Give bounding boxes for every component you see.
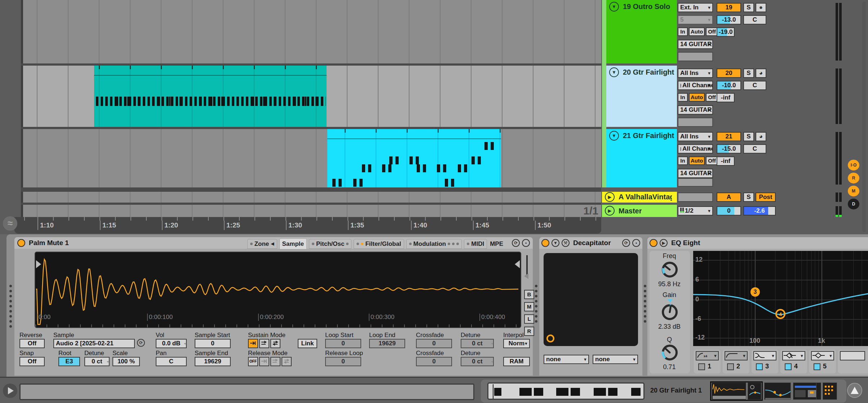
eq-band-4-handle[interactable]: 4	[775, 309, 785, 319]
lane-divider[interactable]	[21, 187, 601, 192]
sample-start-field[interactable]: 0	[195, 339, 231, 348]
q-value[interactable]: 0.71	[650, 363, 689, 371]
hot-swap-icon[interactable]: ⟳	[622, 239, 630, 247]
pan-field[interactable]: C	[743, 144, 766, 154]
send-a-field[interactable]: -19.0	[717, 27, 735, 37]
track-name[interactable]: 21 Gtr Fairlight 2	[623, 132, 676, 140]
show-mixer-section-button[interactable]: M	[848, 186, 859, 196]
clip-title-bar[interactable]	[327, 129, 501, 139]
output-channel-select[interactable]	[678, 178, 713, 187]
device-separator-handle[interactable]	[644, 285, 647, 323]
track-name[interactable]: 20 Gtr Fairlight 1	[623, 68, 676, 76]
plugin-param-b-select[interactable]: none▼	[593, 355, 638, 364]
send-a-field[interactable]: -inf	[717, 156, 735, 166]
zoom-to-fit-icon[interactable]: ≈	[3, 216, 17, 231]
release-mode-loop-button[interactable]	[270, 357, 280, 366]
track-lane-19[interactable]	[21, 0, 601, 63]
detune-field[interactable]: 0 ct	[461, 357, 494, 366]
device-on-led[interactable]	[541, 239, 549, 247]
unfold-track-icon[interactable]: ▶	[605, 192, 615, 202]
tab-modulation[interactable]: Modulation	[406, 239, 462, 249]
input-routing-select[interactable]: Ext. In▼	[678, 3, 713, 12]
device-separator-handle[interactable]	[535, 285, 538, 323]
volume-field[interactable]: -13.0	[717, 15, 741, 25]
input-routing-select[interactable]: All Ins▼	[678, 68, 713, 78]
pan-field[interactable]: C	[743, 81, 766, 90]
return-letter-button[interactable]: A	[717, 192, 741, 202]
arm-record-icon[interactable]: ●	[756, 3, 766, 12]
solo-button[interactable]: S	[743, 192, 754, 202]
track-name[interactable]: Master	[619, 207, 642, 215]
root-detune-field[interactable]: 0 ct	[84, 357, 110, 366]
input-routing-select[interactable]: All Ins▼	[678, 132, 713, 141]
cue-out-select[interactable]: 1/2▼	[678, 206, 713, 216]
volume-field[interactable]: -10.0	[717, 81, 741, 90]
input-channel-select[interactable]: ⦙ All Channe▼	[678, 81, 713, 90]
beat-time-ruler[interactable]: 1:10 1:15 1:20 1:25 1:30 1:35 1:40 1:45 …	[14, 217, 601, 234]
sample-hot-swap-icon[interactable]: ⟳	[137, 339, 145, 347]
zoom-handle-icon[interactable]	[524, 273, 528, 279]
monitor-auto-button[interactable]: Auto	[689, 93, 705, 102]
unfold-device-icon[interactable]: ▶	[660, 239, 668, 247]
show-returns-section-button[interactable]: R	[848, 173, 859, 183]
arm-midi-icon[interactable]: ◕	[756, 68, 766, 78]
output-routing-select[interactable]: 14 GUITAR G▼	[678, 169, 713, 178]
freq-knob[interactable]	[660, 260, 679, 279]
tab-pitch-osc[interactable]: Pitch/Osc	[309, 239, 351, 249]
show-io-section-button[interactable]: I·O	[848, 160, 859, 170]
track-name[interactable]: A ValhallaVintageVerb	[619, 193, 672, 201]
track-lane-21[interactable]	[21, 129, 601, 187]
monitor-off-button[interactable]: Off	[706, 27, 718, 36]
release-loop-field[interactable]: 0	[325, 357, 361, 366]
return-routing-select[interactable]	[678, 192, 713, 202]
eq-spectrum-graph[interactable]: 12 6 0 -6 -12 100 1k 3 4	[693, 251, 868, 346]
tab-mpe[interactable]: MPE	[489, 240, 504, 248]
band-enable-checkbox[interactable]	[727, 363, 734, 370]
detune-field[interactable]: 0 ct	[461, 339, 494, 348]
vertical-scrollbar[interactable]	[862, 1, 866, 232]
loop-end-field[interactable]: 19629	[369, 339, 405, 348]
scale-field[interactable]: 100 %	[112, 357, 140, 366]
preview-play-icon[interactable]	[3, 384, 17, 398]
input-channel-select[interactable]: ⦙ All Channe▼	[678, 144, 713, 154]
device-view-drag-handle[interactable]	[9, 285, 12, 328]
device-thumbnail[interactable]	[816, 382, 821, 400]
send-a-field[interactable]: -inf	[717, 93, 735, 102]
volume-field[interactable]: -15.0	[717, 144, 741, 154]
channel-m-button[interactable]: M	[524, 302, 534, 311]
link-button[interactable]: Link	[298, 339, 317, 348]
track-number-button[interactable]: 20	[717, 68, 741, 78]
device-thumbnail[interactable]	[748, 382, 761, 400]
master-lane[interactable]	[21, 205, 601, 217]
return-track-header[interactable]: ▶ A ValhallaVintageVerb	[602, 192, 677, 203]
gain-knob[interactable]	[660, 303, 679, 322]
channel-b-button[interactable]: B	[524, 290, 534, 299]
crossfade-field[interactable]: 0	[416, 339, 452, 348]
eq-title-bar[interactable]: ▶ EQ Eight	[647, 237, 868, 249]
sustain-mode-pingpong-button[interactable]	[270, 339, 280, 348]
output-routing-select[interactable]: 14 GUITAR G▼	[678, 105, 713, 115]
unfold-track-icon[interactable]: ▶	[605, 206, 615, 216]
track-header-21[interactable]: ▼ 21 Gtr Fairlight 2	[606, 129, 677, 187]
sample-end-field[interactable]: 19629	[195, 357, 231, 366]
device-thumbnail-eq[interactable]	[764, 382, 791, 400]
reverse-toggle[interactable]: Off	[19, 339, 45, 348]
save-preset-icon[interactable]: ▪	[522, 239, 530, 247]
solo-button[interactable]: S	[743, 68, 754, 78]
plugin-edit-wrench-icon[interactable]: ⚒	[562, 239, 570, 247]
filter-type-select[interactable]	[840, 351, 865, 360]
root-key-field[interactable]: E3	[58, 357, 80, 366]
output-channel-select[interactable]	[678, 52, 713, 61]
crossfade-field[interactable]: 0	[416, 357, 452, 366]
fold-device-icon[interactable]: ▼	[552, 239, 559, 247]
master-volume-field[interactable]: -2.6	[743, 206, 776, 216]
plugin-param-a-select[interactable]: none▼	[544, 355, 589, 364]
track-lane-20[interactable]	[21, 66, 601, 127]
monitor-auto-button[interactable]: Auto	[689, 27, 705, 36]
snap-toggle[interactable]: Off	[19, 357, 45, 366]
sample-name-field[interactable]: Audio 2 [2025-02-21	[53, 339, 135, 348]
pan-field[interactable]: C	[743, 15, 766, 25]
return-lane[interactable]	[21, 192, 601, 203]
clip-title-bar[interactable]	[94, 66, 327, 76]
sustain-mode-no-loop-button[interactable]	[248, 339, 258, 348]
